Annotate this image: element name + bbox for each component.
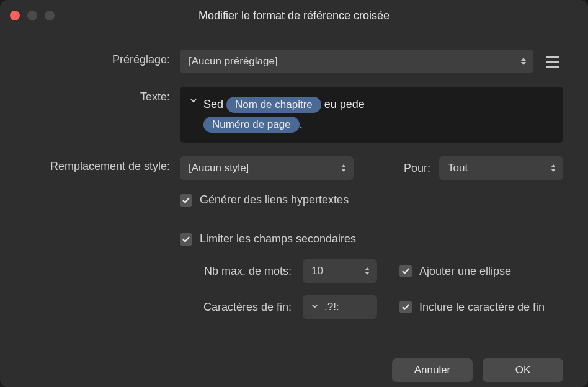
preset-value: [Aucun préréglage]: [189, 55, 278, 68]
hyperlinks-checkbox-label: Générer des liens hypertextes: [200, 194, 349, 207]
preset-row: Préréglage: [Aucun préréglage]: [25, 50, 563, 73]
style-override-label: Remplacement de style:: [25, 156, 180, 173]
end-chars-label: Caractères de fin:: [180, 301, 292, 314]
include-end-char-label: Inclure le caractère de fin: [419, 301, 545, 314]
end-chars-input[interactable]: .?!:: [303, 295, 377, 319]
dialog-buttons: Annuler OK: [0, 352, 588, 387]
stepper-icon: [362, 259, 372, 283]
text-insert-dropdown[interactable]: [190, 97, 197, 106]
limit-fields-checkbox[interactable]: [180, 233, 192, 246]
include-end-char-row: Inclure le caractère de fin: [399, 301, 545, 314]
limit-fields-checkbox-label: Limiter les champs secondaires: [200, 233, 356, 246]
text-editor[interactable]: Sed Nom de chapitre eu pede Numéro de pa…: [180, 87, 563, 143]
close-window-button[interactable]: [10, 11, 20, 20]
updown-icon: [519, 50, 528, 73]
add-ellipsis-row: Ajouter une ellipse: [399, 265, 511, 278]
updown-icon: [339, 156, 349, 180]
max-words-input[interactable]: 10: [303, 259, 377, 283]
limit-fields-checkbox-row: Limiter les champs secondaires: [180, 233, 563, 246]
for-label: Pour:: [404, 162, 430, 175]
text-content: Sed Nom de chapitre eu pede Numéro de pa…: [203, 94, 553, 134]
dialog-content: Préréglage: [Aucun préréglage] Texte:: [0, 31, 588, 345]
preset-menu-button[interactable]: [542, 52, 563, 71]
text-part: .: [300, 118, 303, 130]
text-part: Sed: [203, 98, 226, 110]
dialog-title: Modifier le format de référence croisée: [0, 9, 588, 22]
updown-icon: [548, 156, 558, 180]
titlebar: Modifier le format de référence croisée: [0, 0, 588, 31]
max-words-label: Nb max. de mots:: [180, 265, 292, 278]
text-part: eu pede: [321, 98, 365, 110]
end-chars-value: .?!:: [324, 301, 339, 313]
text-label: Texte:: [25, 87, 180, 104]
for-select[interactable]: Tout: [439, 156, 563, 180]
cancel-button[interactable]: Annuler: [392, 358, 473, 382]
minimize-window-button[interactable]: [27, 11, 37, 20]
preset-label: Préréglage:: [25, 50, 180, 66]
style-select[interactable]: [Aucun style]: [180, 156, 354, 180]
dialog-window: Modifier le format de référence croisée …: [0, 0, 588, 387]
max-words-row: Nb max. de mots: 10 Ajouter une ellipse: [180, 259, 563, 283]
add-ellipsis-checkbox[interactable]: [399, 265, 412, 277]
end-chars-row: Caractères de fin: .?!: Inclure le carac…: [180, 295, 563, 319]
ok-button[interactable]: OK: [483, 358, 563, 382]
include-end-char-checkbox[interactable]: [399, 301, 412, 313]
for-value: Tout: [448, 162, 468, 174]
end-chars-dropdown[interactable]: [311, 303, 318, 311]
maximize-window-button[interactable]: [45, 11, 55, 20]
add-ellipsis-label: Ajouter une ellipse: [419, 265, 511, 278]
style-override-row: Remplacement de style: [Aucun style] Pou…: [25, 156, 563, 180]
chapter-name-tag[interactable]: Nom de chapitre: [226, 97, 321, 113]
hyperlinks-checkbox[interactable]: [180, 194, 192, 207]
window-controls: [10, 11, 55, 20]
text-row: Texte: Sed Nom de chapitre eu pede Numér…: [25, 87, 563, 143]
style-value: [Aucun style]: [189, 162, 249, 174]
max-words-value: 10: [311, 265, 323, 277]
preset-select[interactable]: [Aucun préréglage]: [180, 50, 533, 73]
page-number-tag[interactable]: Numéro de page: [203, 117, 300, 133]
hyperlinks-checkbox-row: Générer des liens hypertextes: [180, 194, 563, 207]
